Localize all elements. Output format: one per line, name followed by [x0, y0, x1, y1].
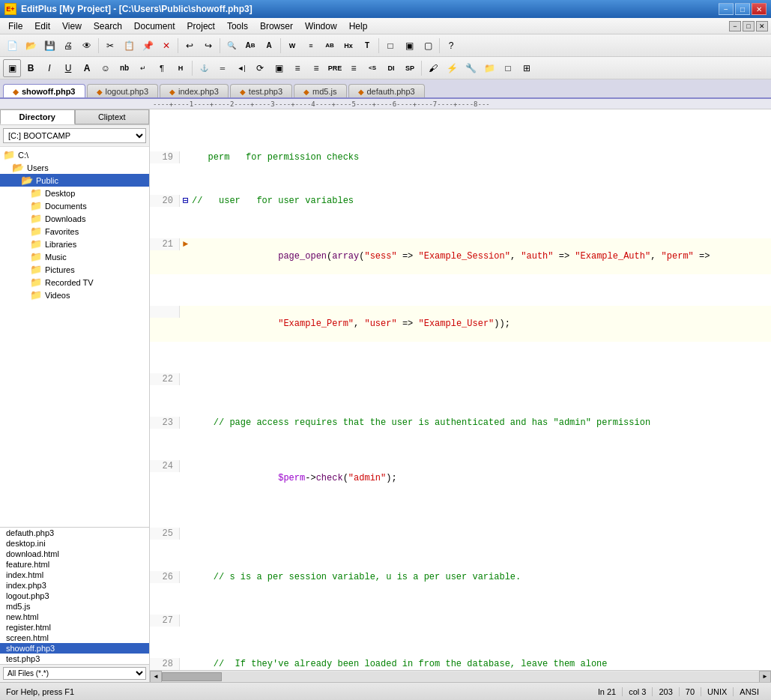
tab-showoff[interactable]: ◆ showoff.php3 — [3, 84, 85, 97]
code-line-23[interactable]: 23 // page access requires that the user… — [150, 417, 771, 429]
tree-item-recorded[interactable]: 📁 Recorded TV — [0, 276, 149, 289]
tree-item-users[interactable]: 📂 Users — [0, 161, 149, 174]
tb-undo[interactable]: ↩ — [181, 37, 199, 55]
scroll-left-button[interactable]: ◄ — [150, 671, 162, 683]
tb2-br[interactable]: ↵ — [134, 59, 152, 77]
tb2-pre[interactable]: PRE — [326, 59, 344, 77]
tb2-di[interactable]: DI — [382, 59, 400, 77]
tb-redo[interactable]: ↪ — [199, 37, 217, 55]
tree-item-desktop[interactable]: 📁 Desktop — [0, 187, 149, 199]
tb2-face[interactable]: ☺ — [97, 59, 115, 77]
file-feature[interactable]: feature.html — [0, 559, 149, 570]
tb2-window[interactable]: □ — [499, 59, 517, 77]
file-index-html[interactable]: index.html — [0, 570, 149, 580]
code-scroll[interactable]: 19 perm for permission checks 20 ⊟ // us… — [150, 109, 771, 670]
tb2-underline[interactable]: U — [59, 59, 77, 77]
tb-preview[interactable]: 👁 — [78, 37, 96, 55]
tb2-center[interactable]: ≡ — [288, 59, 306, 77]
tb-window1[interactable]: □ — [381, 37, 399, 55]
tb-replace[interactable]: AB — [241, 37, 259, 55]
tree-item-libraries[interactable]: 📁 Libraries — [0, 238, 149, 250]
tb-find[interactable]: 🔍 — [223, 37, 241, 55]
tree-item-c[interactable]: 📁 C:\ — [0, 148, 149, 161]
tb-font[interactable]: T — [358, 37, 376, 55]
tab-logout[interactable]: ◆ logout.php3 — [87, 84, 159, 97]
file-defauth[interactable]: defauth.php3 — [0, 528, 149, 538]
tb-wordwrap[interactable]: W — [283, 37, 301, 55]
tb2-s[interactable]: <S — [363, 59, 381, 77]
tb2-tools[interactable]: 🔧 — [462, 59, 480, 77]
file-register[interactable]: register.html — [0, 622, 149, 633]
tb2-folder[interactable]: 📁 — [480, 59, 498, 77]
menu-tools[interactable]: Tools — [222, 19, 253, 34]
maximize-button[interactable]: □ — [735, 3, 750, 15]
file-desktop-ini[interactable]: desktop.ini — [0, 538, 149, 549]
tree-item-videos[interactable]: 📁 Videos — [0, 289, 149, 301]
menu-file[interactable]: File — [3, 19, 28, 34]
menu-window[interactable]: Window — [300, 19, 342, 34]
menu-search[interactable]: Search — [88, 19, 127, 34]
code-line-19[interactable]: 19 perm for permission checks — [150, 151, 771, 163]
tb-open[interactable]: 📂 — [22, 37, 40, 55]
menu-document[interactable]: Document — [129, 19, 181, 34]
tb2-list[interactable]: ≡ — [345, 59, 363, 77]
tab-index[interactable]: ◆ index.php3 — [160, 84, 229, 97]
scroll-thumb[interactable] — [162, 672, 222, 681]
tb-help[interactable]: ? — [442, 37, 460, 55]
code-line-21[interactable]: 21 ► page_open(array("sess" => "Example_… — [150, 238, 771, 274]
tb2-bold[interactable]: B — [22, 59, 40, 77]
file-md5[interactable]: md5.js — [0, 601, 149, 612]
tab-test[interactable]: ◆ test.php3 — [230, 84, 292, 97]
tb-window3[interactable]: ▢ — [419, 37, 437, 55]
code-line-28[interactable]: 28 // If they've already been loaded in … — [150, 658, 771, 670]
file-logout[interactable]: logout.php3 — [0, 591, 149, 601]
tb2-sp[interactable]: SP — [401, 59, 419, 77]
file-showoff[interactable]: showoff.php3 — [0, 643, 149, 654]
file-screen[interactable]: screen.html — [0, 633, 149, 643]
tb-ruler[interactable]: ≡ — [302, 37, 320, 55]
code-line-20[interactable]: 20 ⊟ // user for user variables — [150, 195, 771, 207]
drive-dropdown[interactable]: [C:] BOOTCAMP — [3, 128, 146, 143]
tb2-lightning[interactable]: ⚡ — [443, 59, 461, 77]
file-download[interactable]: download.html — [0, 549, 149, 559]
tree-item-downloads[interactable]: 📁 Downloads — [0, 212, 149, 225]
minimize-button[interactable]: − — [719, 3, 734, 15]
tb-delete[interactable]: ✕ — [157, 37, 175, 55]
tb-cut[interactable]: ✂ — [101, 37, 119, 55]
menu-close-button[interactable]: ✕ — [756, 21, 768, 31]
tb2-html[interactable]: ▣ — [3, 59, 21, 77]
file-test[interactable]: test.php3 — [0, 654, 149, 664]
tb2-right[interactable]: ≡ — [307, 59, 325, 77]
menu-edit[interactable]: Edit — [29, 19, 55, 34]
tb-window2[interactable]: ▣ — [400, 37, 418, 55]
tb2-nbsp[interactable]: nb — [115, 59, 133, 77]
tb2-align[interactable]: ◄| — [232, 59, 250, 77]
tb-hex[interactable]: Hx — [339, 37, 357, 55]
menu-restore-button[interactable]: □ — [743, 21, 755, 31]
menu-help[interactable]: Help — [344, 19, 373, 34]
tb2-refresh[interactable]: ⟳ — [251, 59, 269, 77]
sidebar-tab-directory[interactable]: Directory — [0, 109, 75, 124]
filter-dropdown[interactable]: All Files (*.*) — [3, 667, 146, 680]
tree-item-public[interactable]: 📂 Public — [0, 174, 149, 187]
code-line-22[interactable]: 22 — [150, 373, 771, 385]
code-line-25[interactable]: 25 — [150, 528, 771, 540]
code-line-24[interactable]: 24 $perm->check("admin"); — [150, 460, 771, 496]
menu-view[interactable]: View — [57, 19, 87, 34]
tb-goto[interactable]: A — [260, 37, 278, 55]
tree-item-documents[interactable]: 📁 Documents — [0, 199, 149, 212]
tb2-color[interactable]: A — [78, 59, 96, 77]
close-button[interactable]: ✕ — [752, 3, 767, 15]
file-new[interactable]: new.html — [0, 612, 149, 622]
tree-item-pictures[interactable]: 📁 Pictures — [0, 263, 149, 276]
tb-print[interactable]: 🖨 — [59, 37, 77, 55]
tb-save[interactable]: 💾 — [40, 37, 58, 55]
tree-item-favorites[interactable]: 📁 Favorites — [0, 225, 149, 238]
tab-defauth[interactable]: ◆ defauth.php3 — [348, 84, 425, 97]
tb2-table[interactable]: ▣ — [270, 59, 288, 77]
tab-md5[interactable]: ◆ md5.js — [294, 84, 346, 97]
sidebar-tab-cliptext[interactable]: Cliptext — [75, 109, 150, 124]
tb2-grid[interactable]: ⊞ — [518, 59, 536, 77]
tree-item-music[interactable]: 📁 Music — [0, 250, 149, 263]
scroll-right-button[interactable]: ► — [759, 671, 771, 683]
